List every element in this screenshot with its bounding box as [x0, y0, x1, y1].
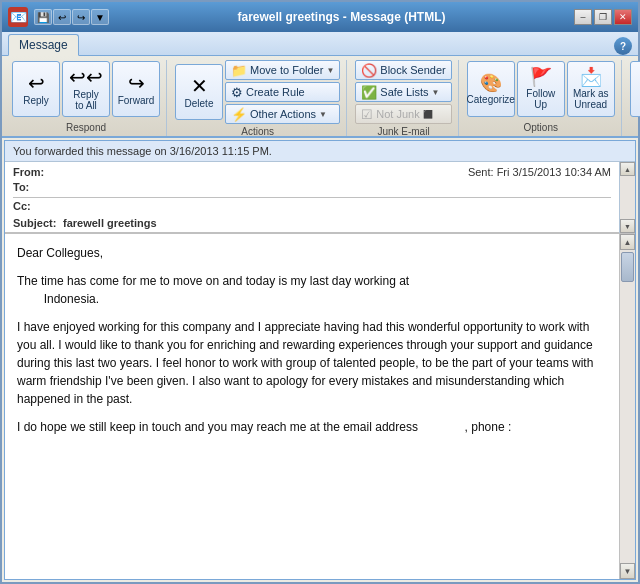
window-title: farewell greetings - Message (HTML) [109, 10, 574, 24]
reply-icon: ↩ [28, 73, 45, 93]
not-junk-button[interactable]: ☑ Not Junk ⬛ [355, 104, 451, 124]
subject-field: Subject: farewell greetings [5, 214, 619, 233]
minimize-button[interactable]: – [574, 9, 592, 25]
move-to-folder-label: Move to Folder [250, 64, 323, 76]
safe-lists-icon: ✅ [361, 85, 377, 100]
body-scrollbar: ▲ ▼ [619, 234, 635, 579]
mark-unread-button[interactable]: 📩 Mark as Unread [567, 61, 615, 117]
other-actions-icon: ⚡ [231, 107, 247, 122]
forward-label: Forward [118, 95, 155, 106]
scroll-up-header[interactable]: ▲ [620, 162, 635, 176]
scroll-track [620, 250, 635, 563]
subject-label: Subject: [13, 217, 57, 229]
save-button[interactable]: 💾 [34, 9, 52, 25]
junk-group: 🚫 Block Sender ✅ Safe Lists ▼ ☑ Not Junk… [349, 60, 458, 136]
message-header: From: To: Sent: Fri 3/15/2013 10:34 AM [5, 162, 635, 234]
redo-button[interactable]: ↪ [72, 9, 90, 25]
actions-group-label: Actions [241, 126, 274, 137]
undo-button[interactable]: ↩ [53, 9, 71, 25]
reply-button[interactable]: ↩ Reply [12, 61, 60, 117]
mark-unread-icon: 📩 [580, 68, 602, 86]
dropdown-arrow: ▼ [326, 66, 334, 75]
delete-icon: ✕ [191, 76, 208, 96]
scroll-thumb[interactable] [621, 252, 634, 282]
scroll-up-body[interactable]: ▲ [620, 234, 635, 250]
reply-label: Reply [23, 95, 49, 106]
create-rule-button[interactable]: ⚙ Create Rule [225, 82, 340, 102]
folder-icon: 📁 [231, 63, 247, 78]
mark-unread-label: Mark as Unread [573, 88, 609, 110]
block-icon: 🚫 [361, 63, 377, 78]
customize-button[interactable]: ▼ [91, 9, 109, 25]
forward-icon: ↪ [128, 73, 145, 93]
reply-all-icon: ↩↩ [69, 67, 103, 87]
actions-group: ✕ Delete 📁 Move to Folder ▼ ⚙ Create Rul… [169, 60, 347, 136]
delete-label: Delete [185, 98, 214, 109]
find-group: 🔍 Find Find [624, 60, 640, 136]
message-body-wrapper: Dear Collegues, The time has come for me… [5, 234, 635, 579]
help-button[interactable]: ? [614, 37, 632, 55]
move-to-folder-button[interactable]: 📁 Move to Folder ▼ [225, 60, 340, 80]
window-controls: – ❐ ✕ [574, 9, 632, 25]
scroll-down-body[interactable]: ▼ [620, 563, 635, 579]
header-scrollbar: ▲ ▼ [619, 162, 635, 233]
safe-dropdown-arrow: ▼ [432, 88, 440, 97]
quick-access-toolbar: 💾 ↩ ↪ ▼ [34, 9, 109, 25]
respond-group-label: Respond [66, 120, 106, 134]
safe-lists-button[interactable]: ✅ Safe Lists ▼ [355, 82, 451, 102]
sent-field: Sent: Fri 3/15/2013 10:34 AM [468, 166, 611, 193]
message-body: Dear Collegues, The time has come for me… [5, 234, 619, 579]
cc-label: Cc: [13, 200, 31, 212]
options-group-label: Options [524, 120, 558, 134]
scroll-down-header[interactable]: ▼ [620, 219, 635, 233]
from-label: From: [13, 166, 44, 178]
options-group: 🎨 Categorize 🚩 Follow Up 📩 Mark as Unrea… [461, 60, 622, 136]
reply-all-label: Reply to All [73, 89, 99, 111]
categorize-button[interactable]: 🎨 Categorize [467, 61, 515, 117]
junk-group-label: Junk E-mail [377, 126, 429, 137]
to-label: To: [13, 181, 43, 193]
main-window: 📧 💾 ↩ ↪ ▼ farewell greetings - Message (… [0, 0, 640, 584]
other-actions-button[interactable]: ⚡ Other Actions ▼ [225, 104, 340, 124]
other-actions-label: Other Actions [250, 108, 316, 120]
categorize-label: Categorize [467, 94, 515, 105]
block-sender-button[interactable]: 🚫 Block Sender [355, 60, 451, 80]
cc-field: Cc: [5, 198, 619, 214]
subject-value: farewell greetings [63, 217, 157, 229]
other-dropdown-arrow: ▼ [319, 110, 327, 119]
forwarded-notice: You forwarded this message on 3/16/2013 … [5, 141, 635, 162]
respond-group: ↩ Reply ↩↩ Reply to All ↪ Forward Respon… [6, 60, 167, 136]
follow-up-button[interactable]: 🚩 Follow Up [517, 61, 565, 117]
ribbon: ↩ Reply ↩↩ Reply to All ↪ Forward Respon… [2, 56, 638, 138]
sent-value: Fri 3/15/2013 10:34 AM [497, 166, 611, 178]
safe-lists-label: Safe Lists [380, 86, 428, 98]
reply-all-button[interactable]: ↩↩ Reply to All [62, 61, 110, 117]
not-junk-label: Not Junk [376, 108, 419, 120]
delete-button[interactable]: ✕ Delete [175, 64, 223, 120]
app-icon: 📧 [8, 7, 28, 27]
block-sender-label: Block Sender [380, 64, 445, 76]
tab-message[interactable]: Message [8, 34, 79, 56]
restore-button[interactable]: ❐ [594, 9, 612, 25]
forward-button[interactable]: ↪ Forward [112, 61, 160, 117]
from-field: From: [13, 166, 464, 178]
title-bar: 📧 💾 ↩ ↪ ▼ farewell greetings - Message (… [2, 2, 638, 32]
find-button[interactable]: 🔍 Find [630, 61, 640, 117]
message-area: You forwarded this message on 3/16/2013 … [4, 140, 636, 580]
sent-label: Sent: [468, 166, 494, 178]
close-button[interactable]: ✕ [614, 9, 632, 25]
create-rule-label: Create Rule [246, 86, 305, 98]
ribbon-tabs: Message ? [2, 32, 638, 56]
to-field: To: [13, 181, 464, 193]
follow-up-label: Follow Up [521, 88, 561, 110]
categorize-icon: 🎨 [480, 74, 502, 92]
not-junk-icon: ☑ [361, 107, 373, 122]
rule-icon: ⚙ [231, 85, 243, 100]
follow-up-icon: 🚩 [530, 68, 552, 86]
